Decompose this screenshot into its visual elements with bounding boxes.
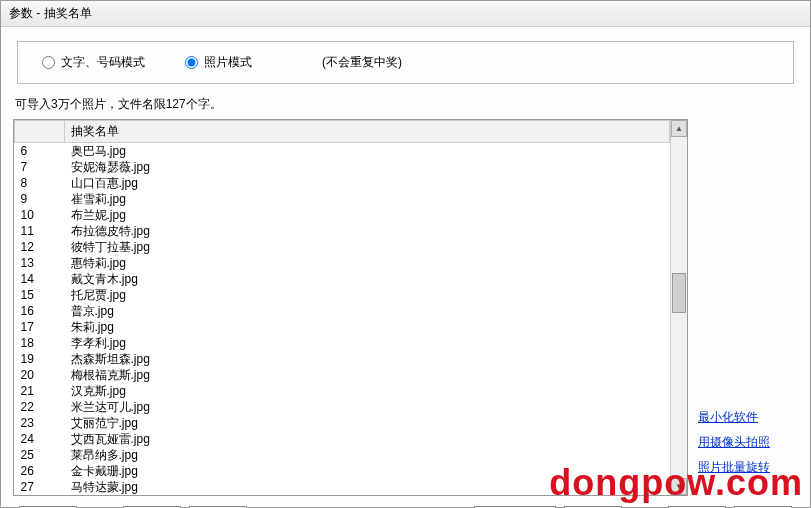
scroll-down-icon[interactable]: ▼ <box>671 478 687 495</box>
row-number: 25 <box>15 447 65 463</box>
scroll-track[interactable] <box>671 137 687 478</box>
table-row[interactable]: 22米兰达可儿.jpg <box>15 399 670 415</box>
row-filename: 戴文青木.jpg <box>65 271 670 287</box>
table-row[interactable]: 8山口百惠.jpg <box>15 175 670 191</box>
button-row: 清空 正序 反序 重新导入 导出 确定 取消 <box>13 496 798 508</box>
photo-mode-label[interactable]: 照片模式 <box>204 54 252 71</box>
row-filename: 马特达蒙.jpg <box>65 479 670 495</box>
table-area: 抽奖名单 6奥巴马.jpg7安妮海瑟薇.jpg8山口百惠.jpg9崔雪莉.jpg… <box>13 119 798 496</box>
table-row[interactable]: 12彼特丁拉基.jpg <box>15 239 670 255</box>
row-filename: 朱莉.jpg <box>65 319 670 335</box>
import-hint: 可导入3万个照片，文件名限127个字。 <box>13 90 798 119</box>
settings-window: 参数 - 抽奖名单 文字、号码模式 照片模式 (不会重复中奖) 可导入3万个照片… <box>0 0 811 508</box>
table-row[interactable]: 9崔雪莉.jpg <box>15 191 670 207</box>
row-number: 18 <box>15 335 65 351</box>
row-filename: 奥巴马.jpg <box>65 143 670 160</box>
col-header-name[interactable]: 抽奖名单 <box>65 121 670 143</box>
row-number: 7 <box>15 159 65 175</box>
row-filename: 惠特莉.jpg <box>65 255 670 271</box>
row-filename: 布兰妮.jpg <box>65 207 670 223</box>
scroll-up-icon[interactable]: ▲ <box>671 120 687 137</box>
photo-mode-radio-input[interactable] <box>185 56 198 69</box>
table-row[interactable]: 24艾西瓦娅雷.jpg <box>15 431 670 447</box>
table-body: 6奥巴马.jpg7安妮海瑟薇.jpg8山口百惠.jpg9崔雪莉.jpg10布兰妮… <box>15 143 670 496</box>
table-row[interactable]: 16普京.jpg <box>15 303 670 319</box>
table-row[interactable]: 23艾丽范宁.jpg <box>15 415 670 431</box>
row-filename: 米兰达可儿.jpg <box>65 399 670 415</box>
table-row[interactable]: 10布兰妮.jpg <box>15 207 670 223</box>
row-filename: 普京.jpg <box>65 303 670 319</box>
table-row[interactable]: 25莱昂纳多.jpg <box>15 447 670 463</box>
row-filename: 艾西瓦娅雷.jpg <box>65 431 670 447</box>
table-row[interactable]: 19杰森斯坦森.jpg <box>15 351 670 367</box>
table-row[interactable]: 11布拉德皮特.jpg <box>15 223 670 239</box>
row-number: 20 <box>15 367 65 383</box>
table-row[interactable]: 26金卡戴珊.jpg <box>15 463 670 479</box>
row-number: 21 <box>15 383 65 399</box>
minimize-link[interactable]: 最小化软件 <box>698 409 798 426</box>
text-mode-radio[interactable]: 文字、号码模式 <box>42 54 145 71</box>
row-number: 12 <box>15 239 65 255</box>
row-number: 27 <box>15 479 65 495</box>
row-filename: 彼特丁拉基.jpg <box>65 239 670 255</box>
row-filename: 金卡戴珊.jpg <box>65 463 670 479</box>
content-area: 文字、号码模式 照片模式 (不会重复中奖) 可导入3万个照片，文件名限127个字… <box>1 27 810 508</box>
table-inner[interactable]: 抽奖名单 6奥巴马.jpg7安妮海瑟薇.jpg8山口百惠.jpg9崔雪莉.jpg… <box>14 120 670 495</box>
row-number: 16 <box>15 303 65 319</box>
row-filename: 杰森斯坦森.jpg <box>65 351 670 367</box>
table-wrap: 抽奖名单 6奥巴马.jpg7安妮海瑟薇.jpg8山口百惠.jpg9崔雪莉.jpg… <box>13 119 688 496</box>
row-filename: 梅根福克斯.jpg <box>65 367 670 383</box>
window-title: 参数 - 抽奖名单 <box>1 1 810 27</box>
row-number: 10 <box>15 207 65 223</box>
row-number: 22 <box>15 399 65 415</box>
row-filename: 布拉德皮特.jpg <box>65 223 670 239</box>
photo-mode-radio[interactable]: 照片模式 <box>185 54 252 71</box>
row-number: 11 <box>15 223 65 239</box>
row-number: 14 <box>15 271 65 287</box>
camera-link[interactable]: 用摄像头拍照 <box>698 434 798 451</box>
table-row[interactable]: 20梅根福克斯.jpg <box>15 367 670 383</box>
row-number: 15 <box>15 287 65 303</box>
table-row[interactable]: 14戴文青木.jpg <box>15 271 670 287</box>
row-filename: 艾丽范宁.jpg <box>65 415 670 431</box>
row-number: 24 <box>15 431 65 447</box>
row-number: 13 <box>15 255 65 271</box>
participant-table: 抽奖名单 6奥巴马.jpg7安妮海瑟薇.jpg8山口百惠.jpg9崔雪莉.jpg… <box>14 120 670 495</box>
table-row[interactable]: 27马特达蒙.jpg <box>15 479 670 495</box>
row-filename: 崔雪莉.jpg <box>65 191 670 207</box>
scroll-thumb[interactable] <box>672 273 686 313</box>
col-header-blank[interactable] <box>15 121 65 143</box>
row-number: 6 <box>15 143 65 160</box>
row-number: 19 <box>15 351 65 367</box>
row-number: 9 <box>15 191 65 207</box>
row-number: 17 <box>15 319 65 335</box>
table-row[interactable]: 21汉克斯.jpg <box>15 383 670 399</box>
table-row[interactable]: 13惠特莉.jpg <box>15 255 670 271</box>
table-row[interactable]: 6奥巴马.jpg <box>15 143 670 160</box>
text-mode-label[interactable]: 文字、号码模式 <box>61 54 145 71</box>
row-filename: 李孝利.jpg <box>65 335 670 351</box>
mode-hint: (不会重复中奖) <box>322 54 402 71</box>
vertical-scrollbar[interactable]: ▲ ▼ <box>670 120 687 495</box>
row-number: 23 <box>15 415 65 431</box>
row-filename: 山口百惠.jpg <box>65 175 670 191</box>
side-links: 最小化软件 用摄像头拍照 照片批量旋转 <box>698 119 798 496</box>
mode-selector-panel: 文字、号码模式 照片模式 (不会重复中奖) <box>17 41 794 84</box>
row-number: 8 <box>15 175 65 191</box>
table-row[interactable]: 7安妮海瑟薇.jpg <box>15 159 670 175</box>
row-filename: 汉克斯.jpg <box>65 383 670 399</box>
rotate-link[interactable]: 照片批量旋转 <box>698 459 798 476</box>
table-row[interactable]: 15托尼贾.jpg <box>15 287 670 303</box>
row-filename: 莱昂纳多.jpg <box>65 447 670 463</box>
row-filename: 托尼贾.jpg <box>65 287 670 303</box>
text-mode-radio-input[interactable] <box>42 56 55 69</box>
row-filename: 安妮海瑟薇.jpg <box>65 159 670 175</box>
row-number: 26 <box>15 463 65 479</box>
table-row[interactable]: 18李孝利.jpg <box>15 335 670 351</box>
table-row[interactable]: 17朱莉.jpg <box>15 319 670 335</box>
